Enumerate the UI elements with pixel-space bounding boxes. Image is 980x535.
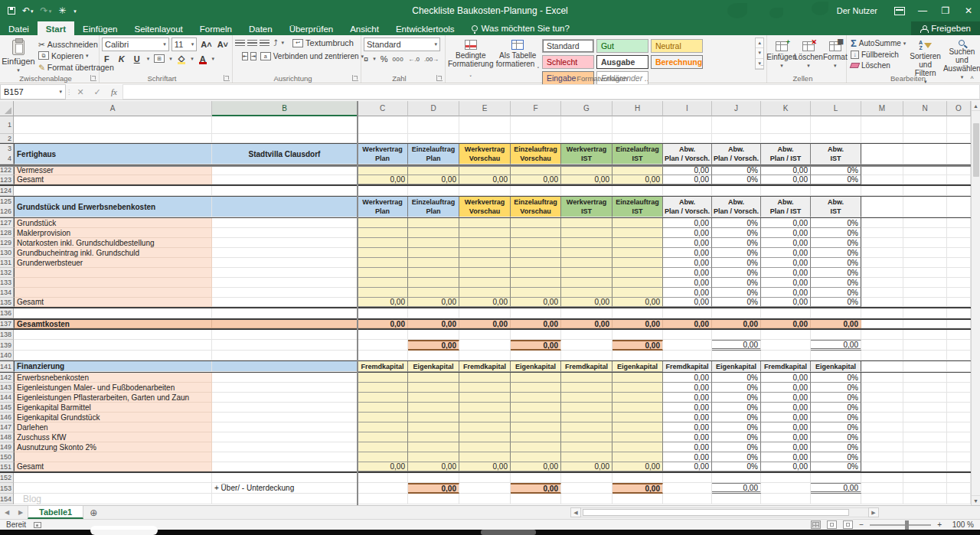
cell[interactable] (408, 351, 459, 360)
cell-style-berechnung[interactable]: Berechnung (651, 55, 703, 69)
cell[interactable] (712, 116, 761, 134)
cell[interactable] (358, 452, 408, 462)
cell[interactable] (663, 186, 712, 196)
cell[interactable] (861, 268, 903, 278)
abw-value[interactable]: 0,00 (761, 248, 811, 258)
column-band-header[interactable]: WerkvertragVorschau (459, 144, 511, 165)
cell[interactable] (612, 383, 663, 393)
cell[interactable] (511, 432, 561, 442)
horizontal-scrollbar[interactable]: ◀ ▶ (570, 507, 879, 517)
abw-value[interactable]: 0% (712, 218, 761, 228)
cell[interactable] (459, 413, 511, 422)
row-header-130[interactable]: 130 (0, 248, 14, 258)
scroll-up-icon[interactable]: ▲ (972, 101, 980, 111)
abw-value[interactable]: 0,00 (663, 432, 712, 442)
cell[interactable] (511, 494, 561, 504)
cell[interactable] (358, 258, 408, 268)
cell[interactable] (612, 268, 663, 278)
col-header-H[interactable]: H (612, 101, 663, 116)
cell[interactable] (861, 413, 903, 422)
customize-quick-access-icon[interactable]: ▾ (73, 8, 77, 14)
cell[interactable] (947, 330, 971, 340)
cell[interactable] (947, 228, 971, 238)
cell[interactable] (903, 413, 947, 422)
cell[interactable] (947, 175, 971, 184)
sum-value[interactable]: 0,00 (459, 298, 511, 307)
abw-value[interactable]: 0% (712, 278, 761, 288)
abw-value[interactable]: 0,00 (761, 228, 811, 238)
gallery-scroll[interactable]: ▲▼▼̲ (755, 38, 764, 70)
cell[interactable] (761, 494, 811, 504)
cell[interactable] (459, 373, 511, 383)
cell[interactable] (459, 288, 511, 298)
cell[interactable] (408, 403, 459, 413)
cell[interactable] (511, 330, 561, 340)
cell[interactable] (561, 383, 612, 393)
cell[interactable] (612, 422, 663, 432)
cell[interactable] (903, 383, 947, 393)
row-header-146[interactable]: 146 (0, 413, 14, 422)
add-sheet-icon[interactable]: ⊕ (83, 506, 103, 519)
restore-button[interactable]: ❐ (934, 0, 957, 21)
section-title[interactable]: Grundstück und Erwerbsnebenkosten (14, 197, 212, 217)
fin-column-header[interactable]: Fremdkapital (663, 361, 712, 372)
cell[interactable] (561, 258, 612, 268)
sum-value[interactable]: 0,00 (408, 175, 459, 184)
cell[interactable] (612, 134, 663, 143)
cell[interactable] (712, 351, 761, 360)
cell[interactable] (612, 373, 663, 383)
cell[interactable] (861, 116, 903, 134)
sum-value[interactable]: 0,00 (561, 462, 612, 471)
cell[interactable] (612, 432, 663, 442)
italic-button[interactable]: K (116, 54, 127, 64)
cell[interactable] (947, 248, 971, 258)
cell[interactable] (947, 373, 971, 383)
total-value[interactable]: 0,00 (663, 320, 712, 328)
cell[interactable] (761, 308, 811, 318)
cell-style-ausgabe[interactable]: Ausgabe (596, 55, 648, 69)
abw-value[interactable]: 0,00 (761, 432, 811, 442)
cell[interactable] (14, 494, 212, 504)
abw-value[interactable]: 0,00 (663, 238, 712, 248)
cell[interactable] (459, 268, 511, 278)
abw-value[interactable]: 0,00 (761, 442, 811, 452)
section-subtitle[interactable] (212, 197, 358, 217)
abw-value[interactable]: 0,00 (761, 413, 811, 422)
cell[interactable] (903, 258, 947, 268)
cell[interactable] (561, 442, 612, 452)
abw-value[interactable]: 0% (712, 175, 761, 184)
cell[interactable] (408, 248, 459, 258)
col-header-I[interactable]: I (663, 101, 712, 116)
cell[interactable] (459, 383, 511, 393)
zoom-in-icon[interactable]: + (937, 520, 942, 529)
cell[interactable] (903, 494, 947, 504)
cell[interactable] (561, 473, 612, 483)
col-header-A[interactable]: A (14, 101, 212, 116)
cell[interactable] (561, 422, 612, 432)
align-middle-icon[interactable] (247, 40, 257, 47)
number-format-combo[interactable]: Standard▾ (364, 38, 440, 51)
abw-value[interactable]: 0,00 (663, 175, 712, 184)
column-band-header[interactable]: Abw.Plan / Vorsch. (663, 197, 712, 217)
cell[interactable] (212, 473, 358, 483)
abw-value[interactable]: 0% (712, 422, 761, 432)
cell[interactable] (903, 340, 947, 351)
cell[interactable] (459, 403, 511, 413)
select-all-corner[interactable] (0, 101, 14, 116)
cell[interactable] (212, 383, 358, 393)
row-label[interactable]: Eigenkapital Barmittel (14, 403, 212, 413)
cell[interactable] (663, 473, 712, 483)
col-header-J[interactable]: J (712, 101, 761, 116)
row-header-152[interactable]: 152 (0, 473, 14, 483)
ribbon-tab-formeln[interactable]: Formeln (191, 21, 240, 35)
decrease-indent-icon[interactable]: ⇤ (242, 52, 248, 60)
cell[interactable] (947, 186, 971, 196)
cell[interactable] (212, 228, 358, 238)
row-header-149[interactable]: 149 (0, 442, 14, 452)
abw-value[interactable]: 0,00 (761, 373, 811, 383)
cell[interactable] (459, 422, 511, 432)
cell[interactable] (947, 320, 971, 328)
cell[interactable] (511, 373, 561, 383)
cell[interactable] (861, 248, 903, 258)
cell[interactable] (14, 116, 212, 134)
